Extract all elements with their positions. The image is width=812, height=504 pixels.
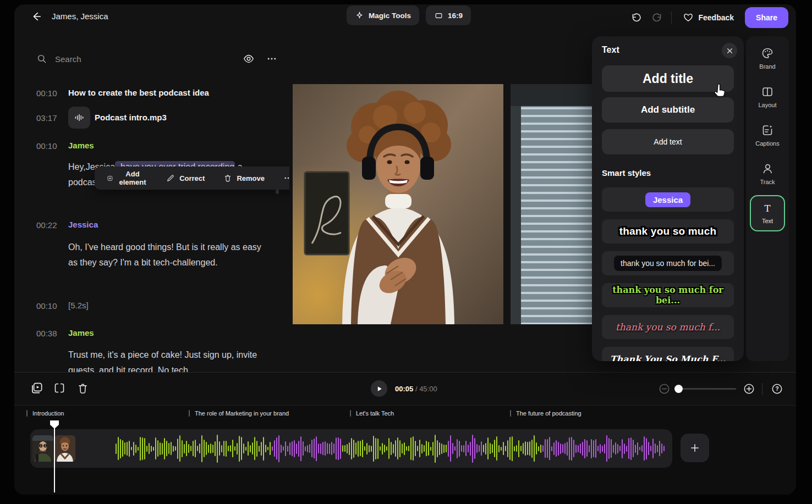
transcript-paragraph[interactable]: Oh, I've heard good things! But is it re… (68, 240, 264, 270)
speaker-name-james[interactable]: James (68, 141, 94, 150)
aspect-ratio-button[interactable]: 16:9 (426, 5, 471, 25)
sidebar-item-captions[interactable]: Captions (746, 123, 789, 147)
speaker-name-james[interactable]: James (68, 328, 94, 337)
playback-control-bar: 00:05 / 45:00 ? (14, 373, 796, 405)
split-icon (53, 381, 66, 395)
sidebar-item-label: Track (760, 179, 775, 185)
feedback-button[interactable]: Feedback (679, 12, 737, 24)
aspect-ratio-icon (434, 11, 443, 20)
app-window: James, Jessica Magic Tools 16:9 (14, 4, 796, 495)
audio-track[interactable] (30, 429, 672, 468)
sidebar-item-layout[interactable]: Layout (746, 85, 789, 109)
share-button[interactable]: Share (745, 7, 788, 28)
top-bar: James, Jessica Magic Tools 16:9 (14, 4, 796, 31)
person-icon (761, 162, 774, 175)
sidebar-item-label: Layout (758, 102, 776, 108)
add-text-button[interactable]: Add text (602, 129, 734, 154)
center-tools: Magic Tools 16:9 (347, 5, 471, 25)
header-divider (671, 12, 672, 24)
sidebar-item-text-selected[interactable]: T Text (750, 195, 785, 231)
chapter-marker-future[interactable]: The future of podcasting (510, 410, 581, 417)
segment-more-button[interactable] (280, 173, 289, 184)
eye-icon (243, 53, 255, 65)
sidebar-item-track[interactable]: Track (746, 162, 789, 186)
add-track-button[interactable] (681, 434, 709, 462)
correct-button[interactable]: Correct (163, 173, 208, 183)
feedback-label: Feedback (698, 13, 734, 22)
silence-gap[interactable]: [5.2s] (68, 301, 89, 310)
transcript-paragraph[interactable]: Trust me, it's a piece of cake! Just sig… (68, 347, 264, 372)
clips-view-button[interactable] (29, 380, 45, 396)
redo-icon (651, 12, 663, 24)
jessica-video-illustration (293, 84, 503, 324)
smart-style-caption-pill[interactable]: thank you so much for bei... (602, 251, 734, 275)
remove-button[interactable]: Remove (220, 173, 268, 183)
close-panel-button[interactable] (722, 43, 737, 58)
magic-tools-button[interactable]: Magic Tools (347, 5, 419, 25)
add-element-label: Add element (118, 170, 147, 186)
playhead-pin[interactable] (50, 420, 59, 429)
right-tools: Feedback Share (629, 4, 788, 31)
split-clip-button[interactable] (52, 380, 67, 396)
back-button[interactable] (29, 9, 43, 24)
video-feed-jessica[interactable] (293, 84, 503, 324)
entry-timestamp: 03:17 (36, 113, 64, 123)
heart-icon (683, 12, 694, 23)
waveform-icon (74, 112, 85, 123)
remove-label: Remove (237, 174, 265, 182)
smart-style-outlined-bold[interactable]: thank you so much (602, 219, 734, 243)
project-title: James, Jessica (52, 12, 108, 21)
current-time: 00:05 (395, 385, 413, 393)
transcript-more-button[interactable] (265, 52, 278, 65)
play-button[interactable] (371, 380, 387, 397)
speaker-name-jessica[interactable]: Jessica (68, 220, 98, 229)
zoom-out-button[interactable] (658, 383, 671, 395)
delete-clip-button[interactable] (75, 380, 90, 396)
redo-button[interactable] (650, 11, 663, 24)
magic-tools-label: Magic Tools (369, 12, 411, 20)
segment-toolbar: Add element Correct Remove (95, 167, 289, 190)
chapter-label: The future of podcasting (516, 410, 581, 417)
minus-circle-icon (658, 383, 671, 395)
help-button[interactable]: ? (771, 383, 783, 395)
screenshot-stage: James, Jessica Magic Tools 16:9 (0, 0, 812, 504)
zoom-slider-knob[interactable] (674, 385, 683, 393)
trash-icon (223, 174, 232, 182)
tools-sidebar: Brand Layout Captions Track (746, 36, 789, 361)
smart-styles-heading: Smart styles (602, 168, 651, 178)
timeline-zoom-slider[interactable] (676, 388, 736, 390)
audio-clip-name[interactable]: Podcast intro.mp3 (95, 113, 167, 122)
smart-style-serif-green[interactable]: thank you so much for bei... (602, 283, 734, 307)
chapter-marker-marketing[interactable]: The role of Marketing in your brand (189, 410, 289, 417)
chapter-marker-introduction[interactable]: Introduction (26, 410, 64, 417)
smart-style-serif-white-italic[interactable]: Thank You So Much F... (602, 347, 734, 361)
zoom-in-button[interactable] (743, 383, 755, 395)
correct-label: Correct (179, 174, 205, 182)
close-icon (726, 47, 733, 54)
add-subtitle-button[interactable]: Add subtitle (602, 97, 734, 123)
smart-style-speaker-chip[interactable]: Jessica (602, 187, 734, 212)
captions-icon (761, 124, 774, 137)
transcript-search-bar[interactable]: Search (36, 52, 278, 66)
add-title-button[interactable]: Add title (602, 65, 734, 92)
chapter-label: Let's talk Tech (356, 410, 394, 417)
time-readout: 00:05 / 45:00 (395, 385, 437, 393)
text-tool-icon: T (761, 203, 773, 215)
thumbnail-jessica (54, 435, 75, 462)
palette-icon (761, 47, 774, 60)
audio-clip-icon[interactable] (68, 107, 90, 129)
playhead-line[interactable] (54, 428, 55, 492)
svg-text:T: T (764, 203, 770, 214)
chapter-marker-tech[interactable]: Let's talk Tech (350, 410, 394, 417)
add-element-button[interactable]: Add element (103, 169, 151, 187)
smart-style-serif-pink-italic[interactable]: thank you so much f... (602, 315, 734, 339)
chapter-label: The role of Marketing in your brand (195, 410, 289, 417)
text-panel: Text Add title Add subtitle Add text Sma… (592, 36, 744, 361)
question-circle-icon: ? (771, 383, 783, 395)
sidebar-item-brand[interactable]: Brand (746, 46, 789, 70)
time-separator: / (415, 385, 418, 393)
preview-visibility-button[interactable] (242, 52, 255, 65)
chapter-heading[interactable]: How to create the best podcast idea (68, 88, 209, 97)
add-element-icon (107, 174, 113, 183)
undo-button[interactable] (629, 11, 643, 24)
